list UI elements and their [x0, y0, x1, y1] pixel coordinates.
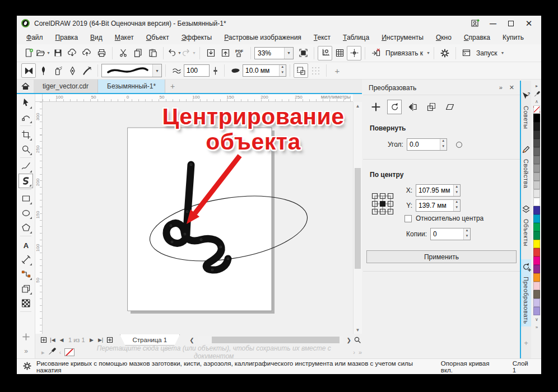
palette-options-icon[interactable]: ▸: [533, 82, 541, 90]
copy-icon[interactable]: [131, 46, 145, 60]
nib-size-spinner[interactable]: ▲▼: [279, 65, 286, 76]
cloud-save-icon[interactable]: [80, 46, 94, 60]
save-icon[interactable]: [50, 46, 65, 60]
color-swatch-f6ccd3[interactable]: [533, 282, 540, 290]
copies-spinner[interactable]: ▲▼: [463, 228, 470, 240]
cut-icon[interactable]: [116, 46, 131, 60]
horizontal-scroll-thumb[interactable]: [212, 337, 340, 343]
doc-palette-scroll-left-icon[interactable]: ‹: [59, 349, 62, 356]
menu-item-1[interactable]: Правка: [49, 32, 85, 43]
minimize-button[interactable]: —: [485, 17, 501, 30]
menu-item-7[interactable]: Текст: [308, 32, 337, 43]
cloud-open-icon[interactable]: [65, 46, 80, 60]
border-and-fill-icon[interactable]: [294, 63, 308, 78]
color-swatch-6e6557[interactable]: [533, 290, 540, 298]
color-swatch-b3b3b3[interactable]: [533, 172, 540, 181]
angle-spinner[interactable]: ▲▼: [440, 139, 447, 150]
vertical-scrollbar[interactable]: ▲ ▼: [353, 102, 362, 334]
freehand-tool[interactable]: [18, 159, 33, 174]
export-icon[interactable]: [218, 46, 232, 60]
palette-eyedropper-icon[interactable]: [48, 347, 56, 357]
undo-icon[interactable]: ▼: [167, 46, 182, 60]
palette-scroll-up-icon[interactable]: ∧: [533, 97, 541, 105]
nib-size-field[interactable]: ▲▼: [243, 64, 286, 77]
relative-center-checkbox[interactable]: [404, 215, 412, 222]
no-color-swatch[interactable]: [64, 348, 75, 356]
open-icon[interactable]: ▼: [36, 46, 50, 60]
launch-label[interactable]: Запуск: [476, 49, 497, 57]
y-spinner[interactable]: ▲▼: [453, 200, 461, 211]
mesh-fill-tool[interactable]: [18, 296, 33, 310]
add-page-before-icon[interactable]: [39, 335, 48, 344]
text-tool[interactable]: A: [18, 237, 33, 252]
palette-eyedrop-icon[interactable]: [533, 90, 541, 97]
color-swatch-none[interactable]: [533, 105, 540, 114]
previous-page-icon[interactable]: ◀: [57, 335, 66, 344]
x-spinner[interactable]: ▲▼: [453, 185, 461, 196]
color-swatch-333333[interactable]: [533, 130, 540, 139]
zoom-dropdown-icon[interactable]: ▼: [284, 48, 293, 59]
connector-tool[interactable]: [18, 267, 33, 281]
transform-scale-mirror-icon[interactable]: [406, 100, 420, 114]
transform-skew-icon[interactable]: [443, 100, 457, 114]
options-gear-icon[interactable]: [438, 46, 452, 60]
color-swatch-1a1a1a[interactable]: [533, 122, 540, 130]
drawing-canvas[interactable]: Центрирование объекта: [43, 102, 353, 334]
brush-stroke-icon[interactable]: [36, 63, 50, 78]
menu-item-2[interactable]: Вид: [84, 32, 109, 43]
copies-input[interactable]: [431, 228, 463, 240]
shape-tool[interactable]: [18, 110, 33, 124]
nib-size-input[interactable]: [243, 65, 279, 76]
print-icon[interactable]: [94, 46, 109, 60]
horizontal-scrollbar[interactable]: [198, 336, 343, 344]
color-swatch-e23b36[interactable]: [533, 248, 540, 256]
color-swatch-00a651[interactable]: [533, 223, 540, 231]
ellipse-tool[interactable]: [18, 206, 33, 220]
publish-pdf-icon[interactable]: PDF: [232, 46, 247, 60]
full-screen-preview-icon[interactable]: [296, 46, 310, 60]
menu-item-4[interactable]: Объект: [140, 32, 175, 43]
color-swatch-00a0c6[interactable]: [533, 214, 540, 223]
transform-position-icon[interactable]: [369, 100, 383, 114]
transform-rotate-icon[interactable]: [387, 100, 402, 114]
dimension-tool[interactable]: [18, 252, 33, 267]
palette-flyout-icon[interactable]: ▸: [41, 349, 45, 356]
st roke-preset-dropdown-icon[interactable]: ▼: [152, 64, 161, 77]
zoom-level-input[interactable]: [255, 48, 284, 59]
color-swatch-fff200[interactable]: [533, 240, 540, 248]
redo-icon[interactable]: ▼: [182, 46, 196, 60]
y-input[interactable]: [416, 200, 453, 211]
color-swatch-e6e6e6[interactable]: [533, 189, 540, 198]
polygon-tool[interactable]: [18, 220, 33, 235]
paste-icon[interactable]: [145, 46, 160, 60]
ruler-origin[interactable]: [35, 94, 43, 102]
color-swatch-666666[interactable]: [533, 147, 540, 156]
docker-tab-transform[interactable]: Преобразовать: [521, 259, 531, 327]
add-preset-icon[interactable]: +: [330, 63, 345, 78]
stroke-preset-list[interactable]: ▼: [101, 64, 162, 77]
snap-off-icon[interactable]: [369, 46, 383, 60]
account-icon[interactable]: [467, 17, 483, 30]
color-swatch-008a4b[interactable]: [533, 231, 540, 240]
scroll-up-icon[interactable]: ▲: [354, 102, 362, 110]
page-tab[interactable]: Страница 1: [120, 334, 180, 346]
docker-close-icon[interactable]: ✕: [509, 84, 514, 91]
smoothing-input[interactable]: [184, 65, 209, 76]
color-swatch-93278f[interactable]: [533, 265, 540, 273]
color-swatch-ec008c[interactable]: [533, 256, 540, 265]
add-tools-button[interactable]: [18, 329, 33, 344]
menu-item-9[interactable]: Инструменты: [375, 32, 430, 43]
document-tab-0[interactable]: tiger_vector.cdr: [34, 80, 98, 93]
color-swatch-f7941d[interactable]: [533, 273, 540, 282]
y-field[interactable]: ▲▼: [416, 199, 461, 212]
document-tab-1[interactable]: Безымянный-1*: [98, 80, 165, 93]
scroll-down-icon[interactable]: ▼: [354, 326, 362, 334]
doc-palette-more-icon[interactable]: »: [359, 349, 362, 356]
next-page-icon[interactable]: ▶: [87, 335, 96, 344]
docker-tab-tips[interactable]: ? Советы: [521, 88, 531, 132]
zoom-tool[interactable]: [18, 142, 33, 156]
docker-tab-properties[interactable]: Свойства: [521, 142, 531, 191]
smoothing-slider-icon[interactable]: [210, 63, 221, 78]
hscroll-right-icon[interactable]: ❯: [345, 337, 353, 343]
interactive-fill-tool[interactable]: [18, 281, 33, 296]
